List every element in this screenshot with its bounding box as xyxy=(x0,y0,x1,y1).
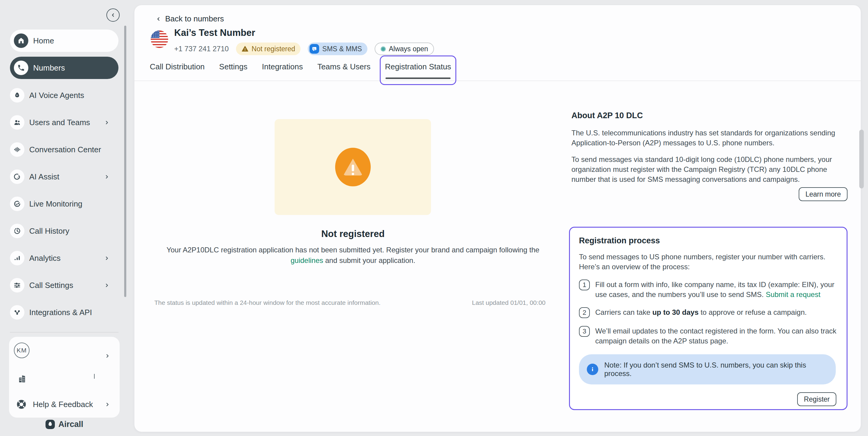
step-text-span: We’ll email updates to the contact regis… xyxy=(595,327,836,345)
phone-number: +1 737 241 2710 xyxy=(174,45,229,53)
register-button[interactable]: Register xyxy=(797,392,836,406)
sidebar-item-call-history[interactable]: Call History xyxy=(10,224,119,238)
chevron-left-icon xyxy=(110,12,116,18)
sidebar-item-users-and-teams[interactable]: Users and Teams xyxy=(10,115,119,130)
tab-label: Teams & Users xyxy=(317,62,370,71)
status-description-text: and submit your application. xyxy=(325,256,415,264)
last-updated: Last updated 01/01, 00:00 xyxy=(472,299,546,306)
about-a2p-section: About A2P 10 DLC The U.S. telecommunicat… xyxy=(571,110,847,201)
process-intro: To send messages to US phone numbers, re… xyxy=(579,252,838,272)
sidebar-scrollbar[interactable] xyxy=(124,26,126,297)
registration-status-badge: Not registered xyxy=(236,42,301,55)
tab-label: Settings xyxy=(219,62,247,71)
process-step-1: 1 Fill out a form with info, like compan… xyxy=(579,280,838,299)
sidebar-item-help-feedback[interactable]: Help & Feedback xyxy=(9,397,120,412)
status-footer: The status is updated within a 24-hour w… xyxy=(154,299,546,306)
back-to-numbers-link[interactable]: Back to numbers xyxy=(156,14,224,24)
tab-label: Integrations xyxy=(262,62,303,71)
info-icon xyxy=(587,364,598,375)
workspace-company-row[interactable] xyxy=(9,371,120,386)
about-title: About A2P 10 DLC xyxy=(571,110,847,121)
us-flag-avatar xyxy=(151,30,168,48)
sidebar-item-label: AI Assist xyxy=(29,172,99,181)
chevron-left-icon xyxy=(156,17,161,21)
step-text-span: to approve or refuse a campaign. xyxy=(701,308,807,316)
sidebar-divider xyxy=(10,332,119,332)
tab-settings[interactable]: Settings xyxy=(219,56,247,85)
sidebar-item-label: Home xyxy=(33,36,115,46)
building-icon xyxy=(17,373,28,384)
users-icon xyxy=(10,115,24,130)
avatar: KM xyxy=(14,343,30,358)
tab-label: Registration Status xyxy=(385,62,451,71)
sidebar-item-label: Live Monitoring xyxy=(29,199,119,209)
process-step-2: 2 Carriers can take up to 30 days to app… xyxy=(579,307,838,318)
ai-voice-agents-icon xyxy=(10,88,24,103)
exclamation-dot xyxy=(352,173,354,175)
history-clock-icon xyxy=(10,224,24,238)
sidebar-item-ai-voice-agents[interactable]: AI Voice Agents xyxy=(10,88,119,103)
page-title: Kai’s Test Number xyxy=(174,27,255,38)
tab-registration-status[interactable]: Registration Status xyxy=(385,56,451,85)
sidebar-item-live-monitoring[interactable]: Live Monitoring xyxy=(10,196,119,211)
warning-icon xyxy=(241,45,249,53)
home-icon xyxy=(14,33,28,48)
aircall-logo-text: Aircall xyxy=(59,420,84,429)
sidebar-item-label: Help & Feedback xyxy=(33,400,93,409)
sliders-icon xyxy=(10,278,24,292)
process-step-3: 3 We’ll email updates to the contact reg… xyxy=(579,326,838,346)
status-description: Your A2P10DLC registration application h… xyxy=(157,244,549,266)
tab-call-distribution[interactable]: Call Distribution xyxy=(150,56,205,85)
tab-teams-users[interactable]: Teams & Users xyxy=(317,56,370,85)
sidebar-item-analytics[interactable]: Analytics xyxy=(10,251,119,266)
sidebar-item-label: Numbers xyxy=(33,63,115,73)
step-text: We’ll email updates to the contact regis… xyxy=(595,326,838,346)
step-number: 2 xyxy=(579,307,590,318)
warning-triangle-icon xyxy=(343,158,363,175)
note-banner: Note: If you don’t send SMS to U.S. numb… xyxy=(579,354,836,384)
aircall-logo: Aircall xyxy=(9,420,120,429)
submit-request-link[interactable]: Submit a request xyxy=(766,290,820,298)
badge-label: Always open xyxy=(389,45,428,53)
badge-label: Not registered xyxy=(252,45,295,53)
chevron-right-icon xyxy=(105,402,110,407)
sidebar-item-label: AI Voice Agents xyxy=(29,91,119,100)
text-caret xyxy=(94,374,95,379)
about-paragraph-2: To send messages via standard 10-digit l… xyxy=(571,154,847,184)
bar-chart-icon xyxy=(10,251,24,265)
sidebar: Home Numbers AI Voice Agents Users and T… xyxy=(0,0,134,436)
registration-process-panel: Registration process To send messages to… xyxy=(569,227,847,410)
sidebar-item-ai-assist[interactable]: AI Assist xyxy=(10,169,119,184)
page-scrollbar[interactable] xyxy=(859,130,864,188)
lifebuoy-icon xyxy=(15,398,28,411)
step-text-bold: up to 30 days xyxy=(652,308,698,316)
sidebar-item-conversation-center[interactable]: Conversation Center xyxy=(10,142,119,157)
availability-badge: Always open xyxy=(375,42,434,55)
chevron-right-icon xyxy=(105,353,110,358)
radar-icon xyxy=(10,197,24,211)
process-title: Registration process xyxy=(579,235,838,246)
aircall-logo-icon xyxy=(45,420,55,429)
sidebar-item-label: Call History xyxy=(29,227,119,236)
chevron-right-icon xyxy=(104,256,110,261)
warning-circle-icon xyxy=(335,148,371,186)
chevron-right-icon xyxy=(104,120,110,125)
sidebar-collapse-button[interactable] xyxy=(106,8,120,22)
learn-more-button[interactable]: Learn more xyxy=(799,187,847,201)
tab-bar: Call Distribution Settings Integrations … xyxy=(150,56,451,85)
flag-canton xyxy=(151,30,159,38)
exclamation-bar xyxy=(352,165,354,171)
sidebar-item-home[interactable]: Home xyxy=(10,30,119,52)
tab-label: Call Distribution xyxy=(150,62,205,71)
workspace-account-row[interactable]: KM xyxy=(9,343,120,358)
not-registered-illustration xyxy=(275,119,431,215)
chevron-right-icon xyxy=(104,283,110,288)
share-nodes-icon xyxy=(10,305,24,320)
tab-integrations[interactable]: Integrations xyxy=(262,56,303,85)
note-text: Note: If you don’t send SMS to U.S. numb… xyxy=(604,361,828,378)
guidelines-link[interactable]: guidelines xyxy=(290,256,323,264)
sidebar-item-integrations-api[interactable]: Integrations & API xyxy=(10,305,119,320)
sidebar-item-call-settings[interactable]: Call Settings xyxy=(10,278,119,293)
sidebar-item-numbers[interactable]: Numbers xyxy=(10,57,119,79)
number-meta-row: +1 737 241 2710 Not registered SMS & MMS… xyxy=(174,42,434,56)
